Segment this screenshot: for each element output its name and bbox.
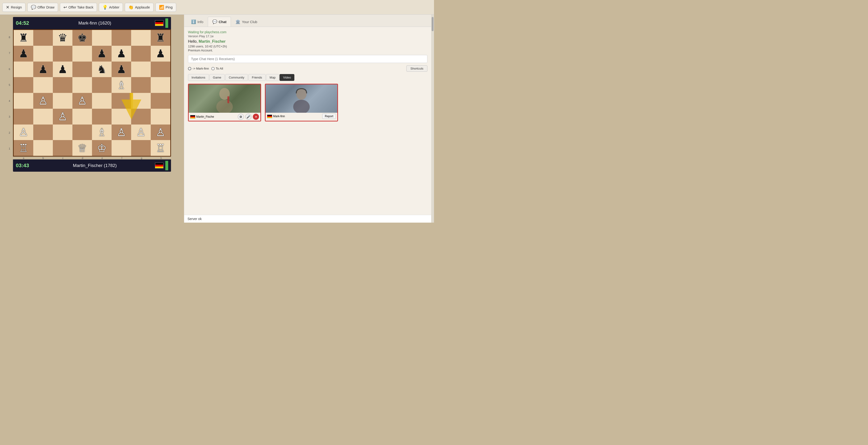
cell-d3[interactable] xyxy=(72,109,92,125)
cell-c5[interactable] xyxy=(53,77,72,93)
cell-e7[interactable]: ♟ xyxy=(92,46,112,62)
cell-e2[interactable]: ♗ xyxy=(92,125,112,140)
msg-tab-video[interactable]: Video xyxy=(280,74,294,81)
cell-b1[interactable] xyxy=(33,140,53,156)
cell-g2[interactable]: ♙ xyxy=(131,125,151,140)
report-button[interactable]: Report xyxy=(322,114,336,119)
tab-info[interactable]: ℹ️ Info xyxy=(187,17,208,27)
cell-e1[interactable]: ♔ xyxy=(92,140,112,156)
chat-input[interactable] xyxy=(188,55,427,63)
cell-e6[interactable]: ♞ xyxy=(92,62,112,77)
cell-h7[interactable]: ♟ xyxy=(151,46,170,62)
cell-g1[interactable] xyxy=(131,140,151,156)
cell-a7[interactable]: ♟ xyxy=(14,46,33,62)
cell-c4[interactable] xyxy=(53,93,72,109)
cell-h3[interactable] xyxy=(151,109,170,125)
club-tab-icon: 🏛️ xyxy=(236,19,240,24)
cell-d1[interactable]: ♕ xyxy=(72,140,92,156)
cell-d7[interactable] xyxy=(72,46,92,62)
shortcuts-button[interactable]: Shortcuts xyxy=(406,65,427,72)
cell-a3[interactable] xyxy=(14,109,33,125)
server-users-text: 1298 users, 10:42 (UTC+2h) xyxy=(188,44,427,48)
offer-takeback-button[interactable]: ↩ Offer Take Back xyxy=(60,3,97,12)
cell-g4[interactable] xyxy=(131,93,151,109)
cell-b6[interactable]: ♟ xyxy=(33,62,53,77)
cell-f2[interactable]: ♙ xyxy=(112,125,131,140)
chat-content: Waiting for playchess.com Version Play 1… xyxy=(184,27,431,215)
cell-h8[interactable]: ♜ xyxy=(151,30,170,46)
cell-b8[interactable] xyxy=(33,30,53,46)
tab-chat[interactable]: 💬 Chat xyxy=(208,17,231,27)
cell-h2[interactable]: ♙ xyxy=(151,125,170,140)
cell-c3[interactable]: ♙ xyxy=(53,109,72,125)
offer-draw-button[interactable]: 💬 Offer Draw xyxy=(27,3,58,12)
cell-f6[interactable]: ♟ xyxy=(112,62,131,77)
cell-g7[interactable] xyxy=(131,46,151,62)
msg-tab-map[interactable]: Map xyxy=(266,74,279,81)
cell-b4[interactable]: ♙ xyxy=(33,93,53,109)
radio-to-all[interactable]: To All xyxy=(211,67,223,70)
arbiter-icon: 💡 xyxy=(102,5,107,10)
scroll-bar[interactable] xyxy=(431,14,434,223)
close-video-button[interactable]: ✕ xyxy=(253,114,259,120)
cell-g5[interactable] xyxy=(131,77,151,93)
cell-d2[interactable] xyxy=(72,125,92,140)
camera-icon-button[interactable]: ⚙ xyxy=(238,114,244,120)
cell-c7[interactable] xyxy=(53,46,72,62)
scroll-thumb[interactable] xyxy=(432,17,434,31)
cell-h5[interactable] xyxy=(151,77,170,93)
arbiter-button[interactable]: 💡 Arbiter xyxy=(99,3,123,12)
cell-b5[interactable] xyxy=(33,77,53,93)
piece-bP-c6: ♟ xyxy=(58,63,67,76)
cell-c8[interactable]: ♛ xyxy=(53,30,72,46)
toolbar: ✕ Resign 💬 Offer Draw ↩ Offer Take Back … xyxy=(0,0,434,14)
resign-button[interactable]: ✕ Resign xyxy=(2,3,26,12)
cell-d8[interactable]: ♚ xyxy=(72,30,92,46)
radio-mark-finn[interactable]: -> Mark-finn xyxy=(188,67,209,70)
cell-a1[interactable]: ♖ xyxy=(14,140,33,156)
cell-b2[interactable] xyxy=(33,125,53,140)
cell-f1[interactable] xyxy=(112,140,131,156)
cell-f7[interactable]: ♟ xyxy=(112,46,131,62)
cell-h1[interactable]: ♖ xyxy=(151,140,170,156)
cell-b7[interactable] xyxy=(33,46,53,62)
msg-tab-community[interactable]: Community xyxy=(225,74,248,81)
cell-e3[interactable] xyxy=(92,109,112,125)
msg-tab-friends[interactable]: Friends xyxy=(248,74,266,81)
chat-controls: -> Mark-finn To All Shortcuts xyxy=(188,65,427,72)
cell-g8[interactable] xyxy=(131,30,151,46)
cell-b3[interactable] xyxy=(33,109,53,125)
msg-tab-game[interactable]: Game xyxy=(210,74,225,81)
cell-d6[interactable] xyxy=(72,62,92,77)
cell-e8[interactable] xyxy=(92,30,112,46)
piece-wR-h1: ♖ xyxy=(156,142,165,155)
msg-tab-invitations[interactable]: Invitations xyxy=(188,74,209,81)
cell-a5[interactable] xyxy=(14,77,33,93)
cell-f8[interactable] xyxy=(112,30,131,46)
cell-c6[interactable]: ♟ xyxy=(53,62,72,77)
tab-your-club[interactable]: 🏛️ Your Club xyxy=(231,17,261,27)
mic-icon-button[interactable]: 🎤 xyxy=(245,114,251,120)
cell-f3[interactable] xyxy=(112,109,131,125)
cell-c2[interactable] xyxy=(53,125,72,140)
cell-c1[interactable] xyxy=(53,140,72,156)
cell-e5[interactable] xyxy=(92,77,112,93)
cell-h6[interactable] xyxy=(151,62,170,77)
cell-h4[interactable] xyxy=(151,93,170,109)
cell-a4[interactable] xyxy=(14,93,33,109)
radio-circle-2 xyxy=(211,67,215,70)
cell-a8[interactable]: ♜ xyxy=(14,30,33,46)
cell-f4[interactable] xyxy=(112,93,131,109)
cell-e4[interactable] xyxy=(92,93,112,109)
cell-d4[interactable]: ♙ xyxy=(72,93,92,109)
cell-d5[interactable] xyxy=(72,77,92,93)
video-player2-name: Mark-finn xyxy=(273,115,285,118)
ping-button[interactable]: 📶 Ping xyxy=(155,3,176,12)
applaude-button[interactable]: 👏 Applaude xyxy=(125,3,153,12)
chess-board[interactable]: ♜♛♚♜♟♟♟♟♟♟♞♟♗♙♙♙♙♗♙♙♙♖♕♔♖ xyxy=(13,29,171,157)
cell-a6[interactable] xyxy=(14,62,33,77)
cell-g6[interactable] xyxy=(131,62,151,77)
cell-a2[interactable]: ♙ xyxy=(14,125,33,140)
cell-f5[interactable]: ♗ xyxy=(112,77,131,93)
cell-g3[interactable] xyxy=(131,109,151,125)
